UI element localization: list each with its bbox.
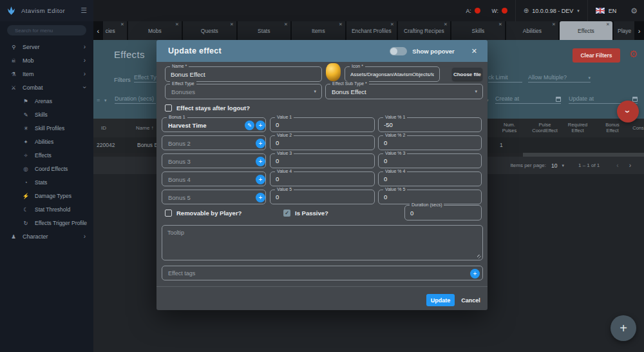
items-per-page-select[interactable]: 10: [551, 162, 557, 169]
sidebar-item-stat-threshold[interactable]: ☾ Stat Threshold: [0, 202, 93, 216]
sidebar-item-abilities[interactable]: ✦ Abilities: [0, 135, 93, 148]
close-icon[interactable]: ✕: [471, 47, 477, 55]
column-header-num-pulses[interactable]: Num.Pulses: [493, 122, 526, 133]
language-selector[interactable]: EN: [596, 8, 617, 14]
tab-mobs[interactable]: Mobs ✕: [128, 21, 182, 40]
add-effect-fab[interactable]: +: [611, 315, 636, 341]
close-icon[interactable]: ✕: [390, 22, 394, 27]
sidebar-item-effects[interactable]: ✧ Effects: [0, 148, 93, 162]
value-3-field[interactable]: Value 3: [270, 153, 375, 168]
sidebar-item-coord-effects[interactable]: ◎ Coord Effects: [0, 162, 93, 175]
previous-page-icon[interactable]: ‹: [616, 162, 618, 169]
settings-gear-icon[interactable]: ⚙: [630, 6, 638, 15]
duration-field[interactable]: Duration (secs): [404, 205, 482, 220]
name-field[interactable]: Name *: [165, 66, 322, 82]
close-icon[interactable]: ✕: [175, 22, 179, 27]
filter-effect-type[interactable]: Effect Typ: [134, 73, 157, 83]
tab-quests[interactable]: Quests ✕: [183, 21, 236, 40]
scroll-down-button[interactable]: ›: [617, 101, 639, 122]
close-icon[interactable]: ✕: [606, 22, 610, 27]
table-settings-gear-icon[interactable]: ⚙: [629, 48, 638, 60]
value-pct-3-field[interactable]: Value % 3: [378, 153, 482, 168]
icon-path-field[interactable]: Icon *: [345, 66, 440, 82]
close-icon[interactable]: ✕: [498, 22, 502, 27]
choose-file-button[interactable]: Choose file: [452, 68, 482, 81]
close-icon[interactable]: ✕: [339, 22, 343, 27]
add-bonus-icon[interactable]: +: [256, 121, 265, 130]
clear-filters-button[interactable]: Clear Filters: [573, 48, 620, 63]
value-pct-2-field[interactable]: Value % 2: [378, 135, 482, 150]
sidebar-item-combat[interactable]: ⚔ Combat ›: [0, 81, 93, 94]
sidebar-item-server[interactable]: ⚲ Server ›: [0, 40, 93, 54]
tab-skills[interactable]: Skills ✕: [451, 21, 505, 40]
column-header-id[interactable]: ID: [101, 125, 106, 131]
add-bonus-icon[interactable]: +: [256, 175, 265, 184]
is-passive-checkbox[interactable]: ✓: [283, 210, 290, 217]
chevron-down-icon[interactable]: ▾: [104, 98, 107, 103]
close-icon[interactable]: ✕: [444, 22, 448, 27]
show-popover-toggle[interactable]: [390, 47, 407, 55]
chevron-down-icon[interactable]: ▾: [562, 163, 564, 168]
close-icon[interactable]: ✕: [284, 22, 288, 27]
filter-stack-limit[interactable]: ck Limit: [488, 73, 522, 83]
tab-abilities[interactable]: Abilities ✕: [506, 21, 558, 40]
tooltip-field[interactable]: [162, 225, 483, 260]
add-tag-icon[interactable]: +: [470, 269, 480, 279]
close-icon[interactable]: ✕: [230, 22, 234, 27]
column-header-cons[interactable]: Cons: [632, 125, 644, 131]
value-pct-1-field[interactable]: Value % 1: [378, 117, 482, 132]
next-page-icon[interactable]: ›: [629, 162, 631, 169]
tab-items[interactable]: Items ✕: [292, 21, 345, 40]
update-button[interactable]: Update: [426, 294, 455, 306]
filter-create-at[interactable]: Create at: [495, 95, 561, 104]
hamburger-menu-icon[interactable]: ☰: [80, 6, 87, 15]
column-header-pulse-coordeffect[interactable]: PulseCoordEffect: [526, 122, 564, 133]
sidebar-item-effects-trigger-profile[interactable]: ↻ Effects Trigger Profile: [0, 216, 93, 230]
effect-tags-field[interactable]: Effect tags +: [162, 266, 483, 280]
sidebar-item-mob[interactable]: ☠ Mob ›: [0, 54, 93, 67]
column-header-required-effect[interactable]: RequiredEffect: [562, 122, 594, 133]
tabs-scroll-left-icon[interactable]: ‹: [93, 21, 103, 40]
effect-sub-type-select[interactable]: Effect Sub Type * Bonus Effect ▾: [325, 84, 483, 99]
bonus-5-field[interactable]: Bonus 5 +: [162, 190, 266, 204]
bonus-3-field[interactable]: Bonus 3 +: [162, 153, 266, 168]
sidebar-item-arenas[interactable]: ⚑ Arenas: [0, 94, 93, 108]
search-input[interactable]: [15, 28, 86, 34]
tab-enchant-profiles[interactable]: Enchant Profiles ✕: [346, 21, 397, 40]
filter-allow-multiple[interactable]: Allow Multiple? ▾: [528, 73, 591, 83]
tabs-scroll-right-icon[interactable]: ›: [634, 21, 644, 40]
column-header-name[interactable]: Name ↑: [136, 125, 154, 131]
filter-equals-operator[interactable]: =: [97, 97, 100, 103]
sidebar-item-skill-profiles[interactable]: ✳ Skill Profiles: [0, 121, 93, 135]
removable-by-player-checkbox[interactable]: [165, 210, 172, 217]
tab-currencies[interactable]: cies ✕: [103, 21, 127, 40]
sidebar-item-stats[interactable]: ◔ Stats: [0, 175, 93, 189]
sidebar-item-character[interactable]: ♟ Character ›: [0, 230, 93, 243]
close-icon[interactable]: ✕: [552, 22, 556, 27]
add-bonus-icon[interactable]: +: [256, 157, 265, 166]
tab-crafting-recipes[interactable]: Crafting Recipes ✕: [398, 21, 450, 40]
stays-after-logout-checkbox[interactable]: [165, 104, 172, 112]
bonus-4-field[interactable]: Bonus 4 +: [162, 171, 266, 186]
sidebar-item-skills[interactable]: ✎ Skills: [0, 108, 93, 121]
tab-players[interactable]: Playe: [614, 21, 634, 40]
filter-duration[interactable]: Duration (secs): [115, 95, 156, 104]
column-header-bonus-effect[interactable]: BonusEffect: [596, 122, 629, 133]
value-5-field[interactable]: Value 5: [270, 190, 375, 204]
server-selector[interactable]: ⊕ 10.0.0.98 - DEV ▾: [524, 7, 580, 14]
tab-stats[interactable]: Stats ✕: [238, 21, 290, 40]
add-bonus-icon[interactable]: +: [256, 193, 265, 202]
value-pct-4-field[interactable]: Value % 4: [378, 171, 482, 186]
resize-grip-icon[interactable]: [477, 255, 481, 259]
sidebar-item-item[interactable]: ⚗ Item ›: [0, 67, 93, 81]
tab-effects[interactable]: Effects ✕: [560, 21, 612, 40]
bonus-1-field[interactable]: Bonus 1 Harvest Time ✎ +: [162, 117, 266, 132]
add-bonus-icon[interactable]: +: [256, 139, 265, 148]
edit-bonus-icon[interactable]: ✎: [245, 121, 254, 130]
value-1-field[interactable]: Value 1: [270, 117, 375, 132]
sidebar-item-damage-types[interactable]: ⚡ Damage Types: [0, 189, 93, 202]
cancel-button[interactable]: Cancel: [458, 294, 484, 306]
close-icon[interactable]: ✕: [120, 22, 124, 27]
sidebar-search[interactable]: [7, 25, 86, 35]
bonus-2-field[interactable]: Bonus 2 +: [162, 135, 266, 150]
